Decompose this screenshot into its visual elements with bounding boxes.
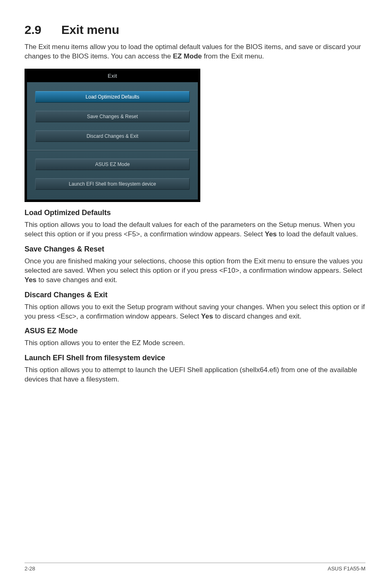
- page-title: 2.9Exit menu: [25, 23, 365, 37]
- para-load-optimized-defaults: This option allows you to load the defau…: [25, 220, 365, 239]
- heading-discard-changes-exit: Discard Changes & Exit: [25, 291, 365, 299]
- para-launch-efi-shell: This option allows you to attempt to lau…: [25, 366, 365, 384]
- discard-p1a: This option allows you to exit the Setup…: [25, 303, 365, 320]
- bios-body: Load Optimized Defaults Save Changes & R…: [27, 82, 198, 200]
- discard-p1c: to discard changes and exit.: [213, 312, 301, 320]
- section-title: Exit menu: [61, 23, 119, 36]
- bios-exit-dialog: Exit Load Optimized Defaults Save Change…: [25, 69, 200, 202]
- para-asus-ez-mode: This option allows you to enter the EZ M…: [25, 339, 365, 348]
- section-number: 2.9: [25, 23, 61, 37]
- save-p1c: to save changes and exit.: [36, 276, 117, 284]
- heading-load-optimized-defaults: Load Optimized Defaults: [25, 209, 365, 217]
- para-save-changes-reset: Once you are finished making your select…: [25, 257, 365, 285]
- footer-model: ASUS F1A55-M: [328, 566, 365, 572]
- bios-btn-load-optimized-defaults[interactable]: Load Optimized Defaults: [35, 91, 190, 103]
- discard-p1b: Yes: [201, 312, 213, 320]
- page-footer: 2-28 ASUS F1A55-M: [25, 563, 365, 572]
- bios-title-bar: Exit: [27, 71, 198, 82]
- heading-launch-efi-shell: Launch EFI Shell from filesystem device: [25, 354, 365, 362]
- bios-btn-discard-changes-exit[interactable]: Discard Changes & Exit: [35, 130, 190, 142]
- para-discard-changes-exit: This option allows you to exit the Setup…: [25, 303, 365, 321]
- bios-btn-asus-ez-mode[interactable]: ASUS EZ Mode: [35, 159, 190, 170]
- save-p1b: Yes: [25, 276, 36, 284]
- bios-separator: [27, 150, 198, 150]
- footer-page-number: 2-28: [25, 566, 35, 572]
- intro-paragraph: The Exit menu items allow you to load th…: [25, 43, 365, 61]
- bios-btn-save-changes-reset[interactable]: Save Changes & Reset: [35, 111, 190, 122]
- bios-btn-launch-efi-shell[interactable]: Launch EFI Shell from filesystem device: [35, 178, 190, 190]
- heading-save-changes-reset: Save Changes & Reset: [25, 245, 365, 254]
- load-p1c: to load the default values.: [277, 230, 358, 238]
- intro-text-after: from the Exit menu.: [202, 52, 264, 60]
- save-p1a: Once you are finished making your select…: [25, 257, 363, 274]
- intro-bold: EZ Mode: [173, 52, 202, 60]
- heading-asus-ez-mode: ASUS EZ Mode: [25, 327, 365, 335]
- load-p1b: Yes: [265, 230, 277, 238]
